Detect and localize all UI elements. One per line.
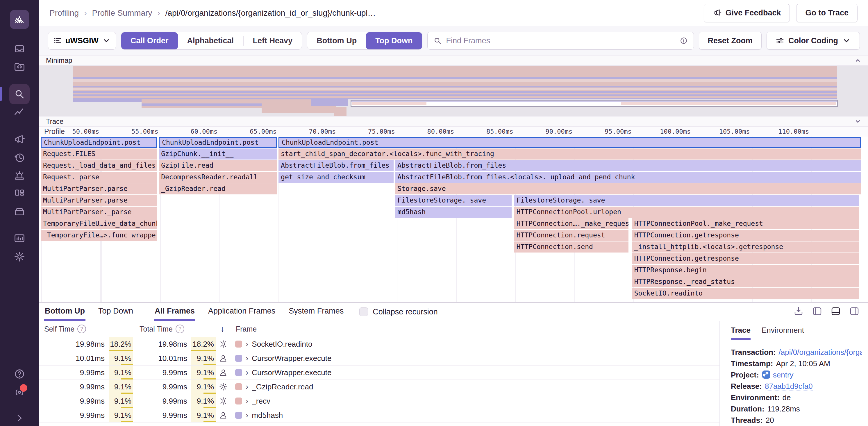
flame-frame[interactable]: ChunkUploadEndpoint.post (278, 137, 861, 148)
sort-call-order[interactable]: Call Order (121, 32, 178, 50)
info-icon[interactable] (680, 37, 688, 45)
flame-frame[interactable]: AbstractFileBlob.from_files (278, 160, 393, 171)
details-tab-trace[interactable]: Trace (731, 326, 750, 340)
flame-frame[interactable]: TemporaryFileU…ive_data_chunk (41, 218, 157, 229)
help-circle-icon[interactable]: ? (176, 325, 184, 333)
flame-frame[interactable]: Storage.save (395, 183, 861, 194)
column-header-self-time[interactable]: Self Time ? (39, 321, 134, 337)
column-header-frame[interactable]: Frame (231, 321, 719, 337)
flame-frame[interactable]: HTTPConnectionPool._make_request (632, 218, 860, 229)
flame-frame[interactable]: SocketIO.readinto (632, 288, 860, 299)
sidebar-item-settings[interactable] (14, 251, 25, 262)
flame-frame[interactable]: get_size_and_checksum (278, 172, 393, 183)
find-frames-input[interactable] (446, 36, 676, 45)
tab-all-frames[interactable]: All Frames (154, 303, 195, 321)
flame-frame[interactable]: HTTPConnection.getresponse (632, 253, 860, 264)
flame-frame[interactable]: _GzipReader.read (159, 183, 277, 194)
sidebar-item-explore[interactable] (14, 61, 25, 72)
flame-frame[interactable]: HTTPConnectionPool.urlopen (514, 207, 859, 218)
tab-top-down[interactable]: Top Down (98, 303, 134, 321)
layout-right-button[interactable] (849, 306, 859, 317)
expand-chevron-icon[interactable]: › (246, 339, 248, 349)
sidebar-item-search-active[interactable] (9, 84, 30, 104)
flame-frame[interactable]: FilestoreStorage._save (395, 195, 511, 206)
flame-frame[interactable]: md5hash (395, 207, 511, 218)
tab-system-frames[interactable]: System Frames (288, 303, 344, 321)
flame-frame[interactable]: Request._parse (41, 172, 157, 183)
give-feedback-button[interactable]: Give Feedback (704, 4, 790, 22)
flame-frame[interactable]: AbstractFileBlob.from_files.<locals>._up… (395, 172, 861, 183)
direction-bottom-up[interactable]: Bottom Up (307, 32, 366, 50)
flame-frame[interactable]: Request._load_data_and_files (41, 160, 157, 171)
table-row[interactable]: 9.99ms9.1%9.99ms9.1%›_GzipReader.read (39, 380, 719, 394)
flame-frame[interactable]: _install_httplib.<locals>.getresponse (632, 241, 860, 253)
flamegraph-canvas[interactable]: ChunkUploadEndpoint.postChunkUploadEndpo… (39, 137, 868, 302)
layout-left-button[interactable] (812, 306, 822, 317)
minimap-viewport[interactable] (350, 100, 838, 107)
sidebar-item-performance[interactable] (14, 107, 25, 118)
go-to-trace-button[interactable]: Go to Trace (796, 4, 858, 22)
sort-left-heavy[interactable]: Left Heavy (244, 32, 302, 50)
reset-zoom-button[interactable]: Reset Zoom (699, 32, 762, 50)
flame-frame[interactable]: MultiPartParser._parse (41, 207, 157, 218)
color-coding-button[interactable]: Color Coding (767, 32, 860, 50)
flame-frame[interactable]: MultiPartParser.parse (41, 183, 157, 194)
tab-application-frames[interactable]: Application Frames (208, 303, 276, 321)
flame-frame[interactable]: GzipFile.read (159, 160, 277, 171)
sidebar-item-dashboards[interactable] (14, 188, 25, 199)
layout-bottom-button[interactable] (831, 306, 841, 317)
flame-frame[interactable]: HTTPResponse._read_status (632, 276, 860, 287)
flame-frame[interactable]: _TemporaryFile…>.func_wrapper (41, 230, 157, 241)
table-row[interactable]: 19.98ms18.2%19.98ms18.2%›SocketIO.readin… (39, 337, 719, 351)
flame-frame[interactable]: HTTPConnection.getresponse (632, 230, 860, 241)
breadcrumb-profile-summary[interactable]: Profile Summary (92, 8, 152, 18)
flame-frame[interactable]: FilestoreStorage._save (514, 195, 859, 206)
expand-chevron-icon[interactable]: › (246, 368, 248, 377)
sentry-logo[interactable] (10, 10, 29, 29)
details-tab-environment[interactable]: Environment (762, 326, 804, 340)
flame-frame[interactable]: AbstractFileBlob.from_files (395, 160, 861, 171)
direction-top-down[interactable]: Top Down (366, 32, 422, 50)
flame-frame[interactable]: HTTPConnection.request (514, 230, 628, 241)
chevron-down-icon[interactable] (855, 118, 861, 125)
thread-selector[interactable]: uWSGIWor… (48, 32, 116, 50)
flame-frame[interactable]: Request.FILES (41, 149, 157, 160)
help-icon[interactable] (14, 368, 25, 380)
details-value[interactable]: sentry (773, 370, 794, 379)
details-value[interactable]: 87aab1d9cfa0 (765, 382, 813, 391)
table-row[interactable]: 9.99ms9.1%9.99ms9.1%›CursorWrapper.execu… (39, 366, 719, 380)
chevron-up-icon[interactable] (855, 57, 861, 64)
help-circle-icon[interactable]: ? (77, 325, 86, 333)
sidebar-item-stats[interactable] (14, 233, 25, 244)
flame-frame[interactable]: HTTPConnection.send (514, 241, 628, 253)
sort-descending-icon[interactable]: ↓ (221, 325, 225, 334)
tab-bottom-up[interactable]: Bottom Up (44, 303, 86, 321)
column-header-total-time[interactable]: Total Time ? ↓ (134, 321, 231, 337)
sidebar-item-alerts[interactable] (14, 170, 25, 181)
sidebar-item-replays[interactable] (14, 152, 25, 163)
breadcrumb-profiling[interactable]: Profiling (50, 8, 79, 18)
export-profile-button[interactable] (794, 306, 803, 317)
expand-chevron-icon[interactable]: › (246, 382, 248, 391)
flame-frame[interactable]: HTTPConnection…._make_request (514, 218, 628, 229)
table-row[interactable]: 10.01ms9.1%10.01ms9.1%›CursorWrapper.exe… (39, 351, 719, 366)
table-row[interactable]: 9.99ms9.1%9.99ms9.1%›md5hash (39, 408, 719, 423)
details-value[interactable]: /api/0/organizations/{organ… (779, 348, 862, 357)
sidebar-item-issues[interactable] (14, 43, 25, 54)
collapse-recursion-checkbox[interactable] (359, 307, 368, 316)
flame-frame[interactable]: MultiPartParser.parse (41, 195, 157, 206)
sidebar-item-feedback[interactable] (14, 134, 25, 145)
expand-chevron-icon[interactable]: › (246, 411, 248, 420)
flame-frame[interactable]: HTTPResponse.begin (632, 265, 860, 276)
flame-frame[interactable]: start_child_span_decorator.<locals>.func… (278, 149, 861, 160)
sidebar-item-projects[interactable] (14, 206, 25, 217)
flame-frame[interactable]: GzipChunk.__init__ (159, 149, 277, 160)
flame-frame[interactable]: ChunkUploadEndpoint.post (159, 137, 277, 148)
expand-chevron-icon[interactable]: › (246, 354, 248, 363)
whats-new-icon[interactable] (14, 387, 25, 397)
flame-frame[interactable]: DecompressReader.readall (159, 172, 277, 183)
sidebar-expand-icon[interactable] (14, 413, 25, 424)
minimap-canvas[interactable] (39, 66, 868, 116)
flame-frame[interactable]: ChunkUploadEndpoint.post (41, 137, 157, 148)
table-row[interactable]: 9.99ms9.1%9.99ms9.1%›_recv (39, 394, 719, 408)
